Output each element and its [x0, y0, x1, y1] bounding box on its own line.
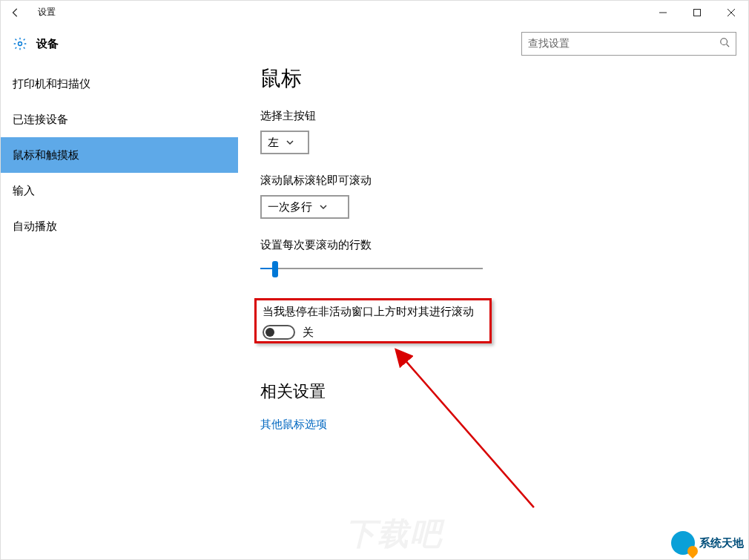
wheel-scroll-label: 滚动鼠标滚轮即可滚动: [260, 174, 748, 188]
section-title: 设备: [36, 37, 59, 51]
sidebar-item-typing[interactable]: 输入: [1, 173, 238, 208]
sidebar: 打印机和扫描仪 已连接设备 鼠标和触摸板 输入 自动播放: [1, 63, 238, 559]
close-button[interactable]: [714, 1, 748, 24]
titlebar: 设置: [1, 1, 748, 24]
inactive-hover-toggle[interactable]: [263, 325, 295, 340]
wheel-scroll-value: 一次多行: [268, 200, 312, 214]
sidebar-item-mouse-touchpad[interactable]: 鼠标和触摸板: [1, 137, 238, 173]
header: 设备 查找设置: [1, 24, 748, 63]
page-title: 鼠标: [260, 65, 748, 93]
watermark: 系统天地: [671, 531, 744, 555]
highlight-annotation: 当我悬停在非活动窗口上方时对其进行滚动 关: [254, 298, 492, 343]
chevron-down-icon: [286, 136, 294, 149]
primary-button-dropdown[interactable]: 左: [260, 131, 309, 154]
sidebar-item-connected-devices[interactable]: 已连接设备: [1, 102, 238, 137]
search-icon: [719, 37, 730, 50]
primary-button-value: 左: [268, 136, 279, 150]
lines-slider[interactable]: [260, 260, 483, 280]
search-input[interactable]: 查找设置: [521, 32, 736, 56]
search-placeholder: 查找设置: [528, 37, 719, 50]
lines-per-scroll-label: 设置每次要滚动的行数: [260, 238, 748, 252]
back-button[interactable]: [1, 1, 30, 24]
sidebar-item-autoplay[interactable]: 自动播放: [1, 208, 238, 244]
primary-button-label: 选择主按钮: [260, 109, 748, 123]
sidebar-item-printers[interactable]: 打印机和扫描仪: [1, 66, 238, 102]
content: 鼠标 选择主按钮 左 滚动鼠标滚轮即可滚动 一次多行 设置每次要滚动的行数 当我…: [238, 63, 748, 559]
inactive-hover-label: 当我悬停在非活动窗口上方时对其进行滚动: [263, 305, 484, 319]
wheel-scroll-dropdown[interactable]: 一次多行: [260, 195, 349, 219]
svg-point-2: [721, 39, 727, 45]
globe-icon: [671, 531, 695, 555]
window-controls: [646, 1, 748, 24]
svg-point-1: [19, 42, 22, 46]
watermark-text: 系统天地: [699, 536, 744, 550]
window-title: 设置: [38, 6, 56, 19]
inactive-hover-value: 关: [303, 326, 314, 340]
maximize-button[interactable]: [680, 1, 714, 24]
other-mouse-options-link[interactable]: 其他鼠标选项: [260, 418, 748, 432]
svg-rect-0: [694, 9, 701, 16]
slider-thumb[interactable]: [272, 261, 278, 277]
background-watermark: 下载吧: [345, 513, 443, 555]
related-heading: 相关设置: [260, 381, 748, 403]
gear-icon: [13, 36, 27, 51]
minimize-button[interactable]: [646, 1, 680, 24]
chevron-down-icon: [320, 200, 327, 214]
